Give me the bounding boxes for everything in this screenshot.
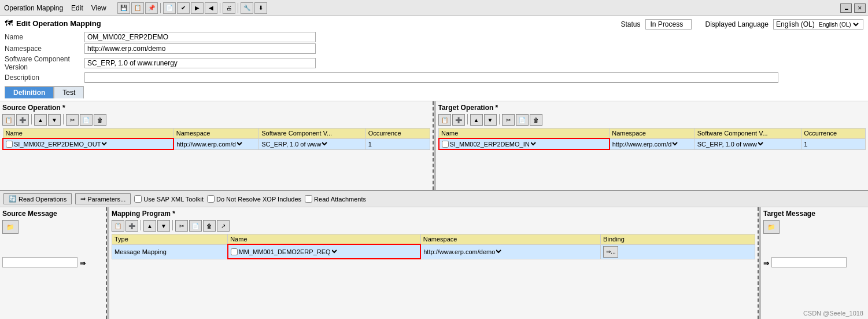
target-arrow-icon: ⇒ [763,259,769,267]
window-controls: 🗕 ✕ [840,3,866,13]
desc-input[interactable] [84,72,778,83]
source-row-ns: http://www.erp.com/d ▼ [173,138,259,149]
map-row-binding: ⇒... [601,244,755,259]
target-op-toolbar: 📋 ➕ ▲ ▼ ✂ 📄 🗑 [438,114,866,126]
read-ops-icon: 🔄 [9,195,17,203]
xop-checkbox[interactable] [207,195,215,203]
target-up-btn[interactable]: ▲ [470,114,483,126]
xop-check-label[interactable]: Do Not Resolve XOP Includes [207,195,301,203]
close-button[interactable]: ✕ [854,3,866,13]
sap-xml-checkbox[interactable] [134,195,142,203]
source-insert2-btn[interactable]: ➕ [16,114,29,126]
header-section: 🗺 Edit Operation Mapping Status In Proce… [0,16,868,101]
target-insert-btn[interactable]: 📋 [438,114,451,126]
target-del-btn[interactable]: 🗑 [530,114,542,126]
menu-operation-mapping[interactable]: Operation Mapping [2,3,65,13]
source-name-cell: SI_MM002_ERP2DEMO_OUT ▼ [6,140,171,148]
toolbar-test[interactable]: 🔧 [241,2,253,14]
params-label: Parameters... [87,196,125,203]
source-scv-select[interactable]: ▼ [322,140,329,148]
sap-xml-check-label[interactable]: Use SAP XML Toolkit [134,195,204,203]
toolbar-import[interactable]: ⬇ [254,2,267,14]
toolbar-save[interactable]: 💾 [117,2,130,14]
target-row-check[interactable] [442,141,449,148]
target-file-btn[interactable]: 📁 [763,220,780,234]
source-row-check[interactable] [6,141,13,148]
namespace-input[interactable] [84,43,316,54]
target-row-ns: http://www.erp.com/d ▼ [610,138,695,149]
map-ns-cell: http://www.erp.com/demo ▼ [423,248,598,255]
toolbar-activate[interactable]: ▶ [191,2,204,14]
toolbar-check[interactable]: ✔ [177,2,190,14]
source-del-btn[interactable]: 🗑 [94,114,106,126]
source-insert-btn[interactable]: 📋 [2,114,15,126]
lang-text: English (OL) [776,20,815,28]
source-name-select[interactable]: ▼ [102,140,109,148]
map-col-name: Name [228,234,421,245]
map-del-btn[interactable]: 🗑 [203,220,216,232]
target-msg-input[interactable] [771,257,847,267]
tab-test[interactable]: Test [54,86,84,98]
parameters-btn[interactable]: ⇒ Parameters... [75,193,131,204]
status-value: In Process [645,19,692,30]
minimize-button[interactable]: 🗕 [840,3,852,13]
source-cut-btn[interactable]: ✂ [66,114,79,126]
name-input[interactable] [84,32,316,42]
menu-view[interactable]: View [90,3,108,13]
source-msg-input[interactable] [2,257,77,267]
source-ns-select[interactable]: ▼ [237,140,244,148]
map-down-btn[interactable]: ▼ [157,220,170,232]
map-ns-select[interactable]: ▼ [496,248,503,255]
read-ops-label: Read Operations [19,196,67,203]
menu-edit[interactable]: Edit [69,3,85,13]
mapping-row[interactable]: Message Mapping MM_MM001_DEMO2ERP_REQ ▼ [112,244,755,259]
source-ns-text: http://www.erp.com/d [176,141,236,148]
bottom-section: 🔄 Read Operations ⇒ Parameters... Use SA… [0,191,868,319]
target-col-occ: Occurrence [801,129,866,139]
toolbar-new[interactable]: 📄 [163,2,176,14]
source-file-btn[interactable]: 📁 [2,220,19,234]
form-namespace-row: Namespace [5,43,863,54]
target-copy-btn[interactable]: 📄 [516,114,529,126]
target-ns-select[interactable]: ▼ [673,140,679,148]
map-copy-btn[interactable]: 📄 [189,220,202,232]
target-cut-btn[interactable]: ✂ [502,114,515,126]
status-row: Status In Process Displayed Language Eng… [621,19,864,30]
attachments-checkbox[interactable] [305,195,312,203]
toolbar-paste[interactable]: 📌 [145,2,158,14]
target-name-select[interactable]: ▼ [531,140,538,148]
source-op-table: Name Namespace Software Component V... O… [2,128,430,150]
lang-dropdown[interactable]: English (OL) [817,21,860,28]
attachments-check-label[interactable]: Read Attachments [305,195,366,203]
toolbar-print[interactable]: 🖨 [223,2,235,14]
target-scv-select[interactable]: ▼ [758,140,765,148]
read-operations-btn[interactable]: 🔄 Read Operations [3,193,72,204]
map-insert-btn[interactable]: 📋 [112,220,124,232]
map-up-btn[interactable]: ▲ [143,220,156,232]
header-title-row: 🗺 Edit Operation Mapping [5,19,101,28]
source-op-row[interactable]: SI_MM002_ERP2DEMO_OUT ▼ http://www.erp.c… [3,138,430,149]
source-up-btn[interactable]: ▲ [34,114,47,126]
mapping-table: Type Name Namespace Binding Message Mapp… [112,234,755,259]
map-row-check[interactable] [231,248,238,255]
tabs-row: Definition Test [5,86,863,98]
map-name-select[interactable]: ▼ [332,248,339,255]
toolbar-copy[interactable]: 📋 [131,2,144,14]
target-down-btn[interactable]: ▼ [484,114,497,126]
target-col-ns: Namespace [610,129,695,139]
map-cut-btn[interactable]: ✂ [175,220,188,232]
target-op-row[interactable]: SI_MM002_ERP2DEMO_IN ▼ http://www.erp.co… [439,138,866,149]
map-insert2-btn[interactable]: ➕ [125,220,138,232]
target-insert2-btn[interactable]: ➕ [452,114,465,126]
tab-definition[interactable]: Definition [5,86,54,98]
map-export-btn[interactable]: ↗ [217,220,230,232]
source-row-scv: SC_ERP, 1.0 of www ▼ [259,138,366,149]
scv-input[interactable] [84,58,316,68]
mapping-program-panel: Mapping Program * 📋 ➕ ▲ ▼ ✂ 📄 🗑 ↗ [109,207,759,319]
toolbar-deactivate[interactable]: ◀ [205,2,217,14]
binding-btn[interactable]: ⇒... [603,246,618,258]
target-ns-cell: http://www.erp.com/d ▼ [612,140,692,148]
source-copy-btn[interactable]: 📄 [80,114,93,126]
target-row-name-text: SI_MM002_ERP2DEMO_IN [450,141,530,148]
source-down-btn[interactable]: ▼ [48,114,61,126]
